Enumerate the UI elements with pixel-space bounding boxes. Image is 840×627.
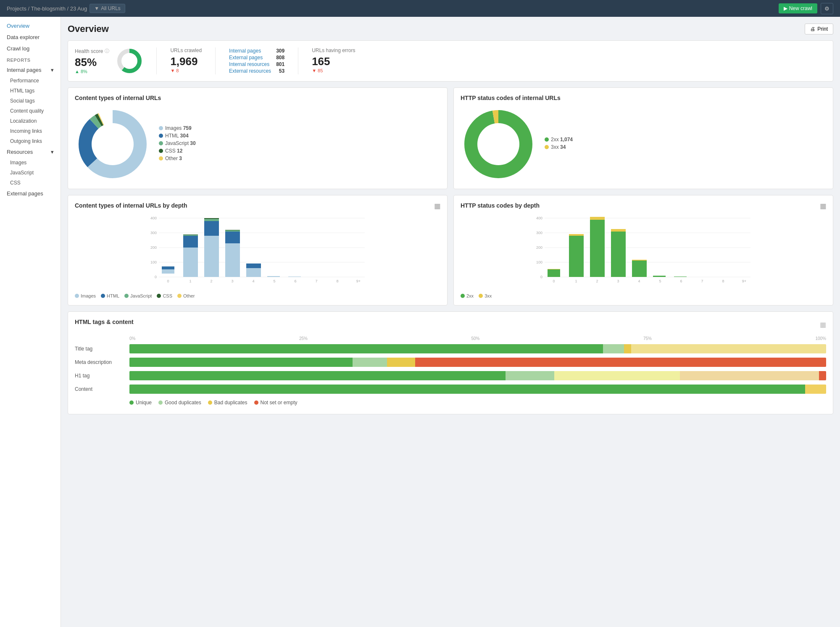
svg-text:2: 2 [210,279,212,283]
content-types-title: Content types of internal URLs [75,95,440,101]
http-status-depth-svg: 400 300 200 100 0 [461,214,826,290]
ht-legend-bad-dup: Bad duplicates [208,400,248,406]
sidebar-sub-outgoing-links[interactable]: Outgoing links [0,136,61,146]
svg-text:4: 4 [638,279,640,283]
print-label: Print [817,26,828,32]
svg-text:200: 200 [536,245,542,250]
sidebar-sub-localization[interactable]: Localization [0,116,61,126]
sidebar-sub-html-tags[interactable]: HTML tags [0,86,61,96]
content-types-depth-card: Content types of internal URLs by depth … [68,195,448,306]
http-status-depth-title: HTTP status codes by depth ▦ [461,202,826,209]
topnav: Projects / The-blogsmith / 23 Aug ▼ All … [0,0,840,17]
http-status-depth-card: HTTP status codes by depth ▦ 400 300 200… [453,195,833,306]
svg-text:3: 3 [617,279,619,283]
health-score-label: Health score ⓘ [75,48,109,54]
donut-charts-row: Content types of internal URLs [68,87,833,189]
h1-tag-good-dup [506,371,554,380]
urls-crawled-value: 1,969 [170,55,202,68]
divider-2 [215,47,216,74]
svg-text:0: 0 [553,279,555,283]
svg-rect-61 [548,269,560,269]
content-label: Content [75,386,129,392]
bl-css: CSS [157,293,172,298]
content-types-depth-title: Content types of internal URLs by depth … [75,202,440,209]
chevron-down-icon-2: ▾ [51,149,54,155]
chart-icon-1: ▦ [434,202,440,210]
svg-rect-62 [569,236,584,277]
content-types-donut-svg [75,106,150,182]
svg-rect-38 [267,276,280,277]
filter-button[interactable]: ▼ All URLs [90,4,125,13]
urls-row-internal-resources: Internal resources 801 [229,61,284,68]
svg-rect-68 [632,261,647,277]
urls-crawled-block: URLs crawled 1,969 ▼ 8 [170,47,202,73]
svg-rect-33 [225,232,240,243]
sidebar-item-crawl-log[interactable]: Crawl log [0,43,61,54]
urls-row-external-pages: External pages 808 [229,54,284,61]
svg-text:300: 300 [150,231,157,235]
title-tag-unique [129,344,603,353]
sidebar-sub-social-tags[interactable]: Social tags [0,96,61,106]
sidebar-item-data-explorer[interactable]: Data explorer [0,32,61,43]
resources-label: Resources [7,149,33,155]
title-tag-row: Title tag [75,344,826,353]
http-status-donut-area: 2xx 1,074 3xx 34 [461,106,826,182]
sidebar-item-overview[interactable]: Overview [0,20,61,32]
svg-text:5: 5 [659,279,661,283]
sidebar-sub-images[interactable]: Images [0,158,61,168]
2xx-dot [545,137,549,142]
layout: Overview Data explorer Crawl log REPORTS… [0,17,840,627]
meta-desc-bar [129,358,826,367]
svg-text:8: 8 [722,279,724,283]
javascript-dot [159,141,163,145]
health-score-delta: ▲ 8% [75,69,109,74]
svg-rect-29 [204,221,219,236]
sidebar-sub-incoming-links[interactable]: Incoming links [0,126,61,136]
svg-text:100: 100 [150,260,157,264]
sidebar-item-resources[interactable]: Resources ▾ [0,146,61,158]
content-types-donut-card: Content types of internal URLs [68,87,448,189]
http-status-donut-svg [461,106,536,182]
chevron-down-icon: ▾ [51,67,54,73]
svg-rect-35 [225,230,240,230]
svg-text:7: 7 [701,279,703,283]
sidebar-sub-javascript[interactable]: JavaScript [0,168,61,178]
not-set-dot [254,400,258,405]
title-tag-bad-dup [624,344,631,353]
legend-3xx: 3xx 34 [545,144,573,150]
title-tag-label: Title tag [75,346,129,352]
meta-desc-bad-dup [387,358,415,367]
svg-text:9+: 9+ [742,279,746,283]
svg-rect-63 [569,234,584,236]
meta-desc-good-dup [353,358,387,367]
svg-rect-36 [246,268,261,277]
new-crawl-button[interactable]: ▶ New crawl [779,3,817,13]
svg-rect-37 [246,263,261,268]
h1-tag-bar [129,371,826,380]
svg-rect-39 [288,277,301,277]
svg-rect-24 [183,248,198,277]
sidebar-sub-performance[interactable]: Performance [0,76,61,86]
sidebar-item-internal-pages[interactable]: Internal pages ▾ [0,64,61,76]
urls-errors-block: URLs having errors 165 ▼ 85 [312,47,355,73]
title-tag-not-set [631,344,826,353]
svg-rect-66 [611,232,626,277]
sidebar: Overview Data explorer Crawl log REPORTS… [0,17,61,627]
svg-rect-60 [548,269,560,277]
svg-rect-69 [632,260,647,261]
unique-dot [129,400,134,405]
urls-breakdown-table: Internal pages 309 External pages 808 In… [229,47,284,74]
settings-button[interactable]: ⚙ [821,3,833,14]
svg-text:0: 0 [155,275,157,279]
content-types-depth-svg: 400 300 200 100 0 [75,214,440,290]
sidebar-item-external-pages[interactable]: External pages [0,188,61,199]
html-tags-card: HTML tags & content ▦ 0% 25% 50% 75% 100… [68,311,833,414]
sidebar-sub-css[interactable]: CSS [0,178,61,188]
topnav-right: ▶ New crawl ⚙ [779,3,833,14]
topnav-left: Projects / The-blogsmith / 23 Aug ▼ All … [7,4,125,13]
print-button[interactable]: 🖨 Print [805,24,833,34]
sidebar-sub-content-quality[interactable]: Content quality [0,106,61,116]
svg-text:0: 0 [540,275,542,279]
urls-errors-label: URLs having errors [312,47,355,53]
urls-errors-value: 165 [312,55,355,68]
